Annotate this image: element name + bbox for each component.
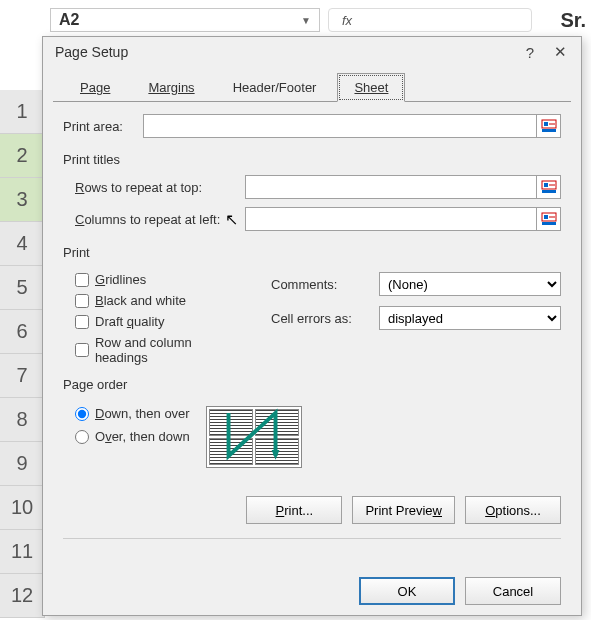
row-header[interactable]: 5 bbox=[0, 266, 45, 310]
svg-rect-2 bbox=[542, 129, 556, 132]
row-headers: 1 2 3 4 5 6 7 8 9 10 11 12 bbox=[0, 90, 45, 618]
dialog-titlebar: Page Setup ? ✕ bbox=[43, 37, 581, 67]
ok-button[interactable]: OK bbox=[359, 577, 455, 605]
tab-page[interactable]: Page bbox=[63, 73, 127, 102]
name-box[interactable]: A2 ▼ bbox=[50, 8, 320, 32]
cell-errors-select[interactable]: displayed bbox=[379, 306, 561, 330]
formula-bar: A2 ▼ fx Sr. bbox=[50, 6, 586, 34]
print-button[interactable]: Print... bbox=[246, 496, 342, 524]
close-icon[interactable]: ✕ bbox=[545, 41, 575, 63]
row-col-headings-checkbox[interactable]: Row and column headings bbox=[75, 335, 247, 365]
row-col-headings-checkbox-input[interactable] bbox=[75, 343, 89, 357]
print-section-label: Print bbox=[63, 245, 561, 260]
row-header[interactable]: 1 bbox=[0, 90, 45, 134]
help-icon[interactable]: ? bbox=[515, 41, 545, 63]
page-order-label: Page order bbox=[63, 377, 561, 392]
row-header[interactable]: 8 bbox=[0, 398, 45, 442]
options-button[interactable]: Options... bbox=[465, 496, 561, 524]
row-header[interactable]: 6 bbox=[0, 310, 45, 354]
cols-repeat-input[interactable] bbox=[245, 207, 537, 231]
cell-reference: A2 bbox=[59, 11, 79, 29]
svg-rect-7 bbox=[544, 215, 548, 219]
page-order-preview bbox=[206, 406, 302, 468]
row-header[interactable]: 2 bbox=[0, 134, 45, 178]
over-then-down-radio-input[interactable] bbox=[75, 430, 89, 444]
row-header[interactable]: 12 bbox=[0, 574, 45, 618]
gridlines-checkbox[interactable]: Gridlines bbox=[75, 272, 247, 287]
svg-rect-1 bbox=[544, 122, 548, 126]
comments-select[interactable]: (None) bbox=[379, 272, 561, 296]
print-preview-button[interactable]: Print Preview bbox=[352, 496, 455, 524]
rows-repeat-input[interactable] bbox=[245, 175, 537, 199]
black-white-checkbox[interactable]: Black and white bbox=[75, 293, 247, 308]
svg-rect-5 bbox=[542, 190, 556, 193]
dialog-title: Page Setup bbox=[55, 44, 515, 60]
print-area-input[interactable] bbox=[143, 114, 537, 138]
cell-preview-value: Sr. bbox=[540, 9, 586, 32]
print-area-label: Print area: bbox=[63, 119, 143, 134]
tab-header-footer[interactable]: Header/Footer bbox=[216, 73, 334, 102]
down-then-over-radio[interactable]: Down, then over bbox=[75, 406, 190, 421]
fx-icon[interactable]: fx bbox=[335, 8, 359, 32]
gridlines-checkbox-input[interactable] bbox=[75, 273, 89, 287]
cols-repeat-label: Columns to repeat at left: bbox=[75, 212, 245, 227]
print-titles-label: Print titles bbox=[63, 152, 561, 167]
tab-sheet[interactable]: Sheet bbox=[337, 73, 405, 102]
row-header[interactable]: 10 bbox=[0, 486, 45, 530]
row-header[interactable]: 4 bbox=[0, 222, 45, 266]
collapse-dialog-icon[interactable] bbox=[537, 207, 561, 231]
row-header[interactable]: 9 bbox=[0, 442, 45, 486]
collapse-dialog-icon[interactable] bbox=[537, 114, 561, 138]
down-then-over-radio-input[interactable] bbox=[75, 407, 89, 421]
row-header[interactable]: 3 bbox=[0, 178, 45, 222]
comments-label: Comments: bbox=[271, 277, 371, 292]
page-setup-dialog: Page Setup ? ✕ Page Margins Header/Foote… bbox=[42, 36, 582, 616]
black-white-checkbox-input[interactable] bbox=[75, 294, 89, 308]
cancel-button[interactable]: Cancel bbox=[465, 577, 561, 605]
svg-rect-4 bbox=[544, 183, 548, 187]
dialog-content: Print area: Print titles Rows to repeat … bbox=[43, 102, 581, 615]
draft-quality-checkbox[interactable]: Draft quality bbox=[75, 314, 247, 329]
cell-errors-label: Cell errors as: bbox=[271, 311, 371, 326]
over-then-down-radio[interactable]: Over, then down bbox=[75, 429, 190, 444]
collapse-dialog-icon[interactable] bbox=[537, 175, 561, 199]
row-header[interactable]: 7 bbox=[0, 354, 45, 398]
draft-quality-checkbox-input[interactable] bbox=[75, 315, 89, 329]
tab-margins[interactable]: Margins bbox=[131, 73, 211, 102]
svg-rect-8 bbox=[542, 222, 556, 225]
rows-repeat-label: Rows to repeat at top: bbox=[75, 180, 245, 195]
chevron-down-icon[interactable]: ▼ bbox=[301, 15, 311, 26]
dialog-tabs: Page Margins Header/Footer Sheet bbox=[43, 67, 581, 102]
row-header[interactable]: 11 bbox=[0, 530, 45, 574]
